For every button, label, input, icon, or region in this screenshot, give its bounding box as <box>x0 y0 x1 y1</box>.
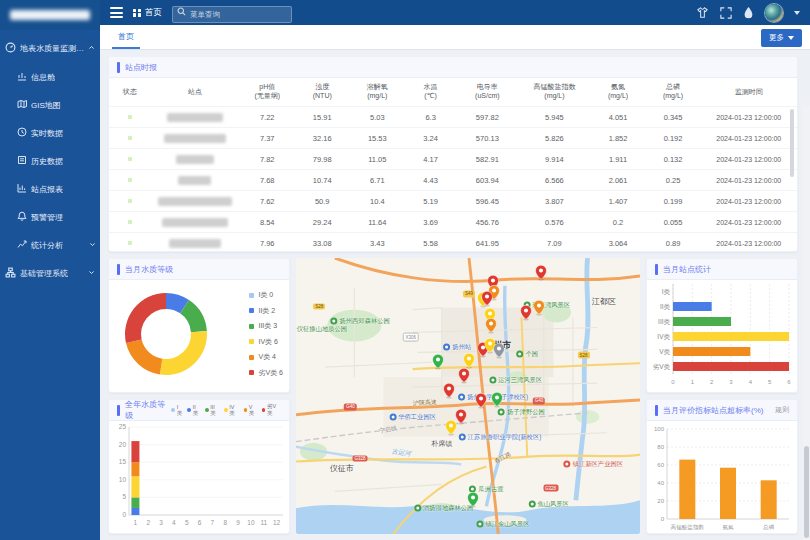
svg-text:5: 5 <box>122 493 126 500</box>
sidebar-item-站点报表[interactable]: 站点报表 <box>0 175 100 203</box>
rules-link[interactable]: 规则 <box>775 405 789 415</box>
bar-II类[interactable] <box>673 302 712 311</box>
legend-dot <box>187 408 191 412</box>
svg-text:80: 80 <box>657 444 664 450</box>
gis-map[interactable]: 扬州市江都区仪征市朴席镇扬州西郊森林公园仪征捺山地质公园茱萸湾风景区个园运河三湾… <box>296 258 640 534</box>
station-pin-green[interactable] <box>492 392 503 412</box>
value-cell: 7.22 <box>240 113 295 122</box>
sidebar-item-system-root[interactable]: 地表水质量监测系统 <box>0 34 100 63</box>
donut-chart[interactable]: I类 0II类 2III类 3IV类 6V类 4劣V类 6 <box>109 280 289 392</box>
table-row[interactable]: 7.6250.910.45.19596.453.8071.4070.199202… <box>109 190 797 211</box>
vbar-chart[interactable]: 020406080100高锰酸盐指数氨氮总磷 <box>647 421 797 534</box>
station-pin-orange[interactable] <box>486 318 497 338</box>
sidebar-item-历史数据[interactable]: 历史数据 <box>0 147 100 175</box>
sidebar-item-label: 信息舱 <box>31 72 55 83</box>
sidebar-item-统计分析[interactable]: 统计分析 <box>0 231 100 259</box>
bar-IV类[interactable] <box>673 332 789 341</box>
tab-home[interactable]: 首页 <box>112 25 140 49</box>
legend-item[interactable]: 劣V类 <box>262 403 281 417</box>
legend-label: 劣V类 6 <box>258 368 283 378</box>
bar-劣V类[interactable] <box>673 362 789 371</box>
table-row[interactable]: 7.6810.746.714.43603.946.5662.0610.25202… <box>109 169 797 190</box>
station-pin-orange[interactable] <box>533 300 544 320</box>
road-shield: G328 <box>543 485 558 492</box>
more-button[interactable]: 更多 <box>761 29 802 47</box>
dark-mode-drop-icon[interactable] <box>743 6 754 19</box>
legend-item[interactable]: V类 <box>244 404 258 417</box>
bar-总磷[interactable] <box>761 480 777 519</box>
table-header-row: 状态站点pH值(无量纲)浊度(NTU)溶解氧(mg/L)水温(℃)电导率(uS/… <box>109 78 797 106</box>
sidebar-item-GIS地图[interactable]: GIS地图 <box>0 91 100 119</box>
value-cell: 79.98 <box>295 155 350 164</box>
legend-item[interactable]: IV类 6 <box>249 337 283 347</box>
station-pin-yellow[interactable] <box>446 420 457 440</box>
chevron-down-icon <box>89 241 96 250</box>
breadcrumb[interactable]: 首页 <box>133 7 162 19</box>
bar-III类[interactable] <box>673 317 731 326</box>
sidebar-item-实时数据[interactable]: 实时数据 <box>0 119 100 147</box>
stack-segment[interactable] <box>131 508 139 515</box>
legend-item[interactable]: V类 4 <box>249 352 283 362</box>
station-pin-gray[interactable] <box>494 343 505 363</box>
legend-item[interactable]: II类 2 <box>249 306 283 316</box>
legend-item[interactable]: I类 <box>171 404 183 417</box>
logo-blurred <box>10 10 90 20</box>
user-avatar[interactable] <box>765 4 783 22</box>
table-row[interactable]: 7.8279.9811.054.17582.919.9141.9110.1322… <box>109 148 797 169</box>
table-row[interactable]: 8.5429.2411.643.69456.760.5760.20.055202… <box>109 211 797 232</box>
theme-skin-icon[interactable] <box>696 6 709 19</box>
svg-text:3: 3 <box>159 519 163 526</box>
hbar-chart[interactable]: 0123456I类II类III类IV类V类劣V类 <box>647 280 797 392</box>
sidebar-item-信息舱[interactable]: 信息舱 <box>0 63 100 91</box>
legend-swatch <box>249 355 254 360</box>
stack-segment[interactable] <box>131 476 139 497</box>
hamburger-menu-icon[interactable] <box>110 7 123 18</box>
sidebar-item-预警管理[interactable]: 预警管理 <box>0 203 100 231</box>
bar-高锰酸盐指数[interactable] <box>679 460 695 519</box>
scrollbar-thumb[interactable] <box>804 446 809 538</box>
legend-item[interactable]: 劣V类 6 <box>249 368 283 378</box>
table-scrollbar[interactable] <box>790 109 794 177</box>
station-pin-red[interactable] <box>521 305 532 325</box>
value-cell: 6.71 <box>350 176 405 185</box>
stacked-bar-chart[interactable]: 0510152025123456789101112 <box>109 421 289 534</box>
sidebar-item-label: 站点报表 <box>31 184 63 195</box>
donut-segment-劣V类[interactable] <box>125 293 166 343</box>
station-pin-green[interactable] <box>432 354 443 374</box>
bar-氨氮[interactable] <box>720 468 736 519</box>
station-cell <box>150 218 239 227</box>
user-menu-chevron-icon[interactable] <box>794 11 800 15</box>
stack-segment[interactable] <box>131 497 139 508</box>
page-scrollbar[interactable] <box>803 106 810 540</box>
donut-segment-V类[interactable] <box>126 340 162 375</box>
station-pin-red[interactable] <box>443 383 454 403</box>
value-cell: 32.16 <box>295 134 350 143</box>
station-pin-red[interactable] <box>456 409 467 429</box>
stack-segment[interactable] <box>131 462 139 476</box>
station-cell <box>150 113 239 122</box>
donut-segment-IV类[interactable] <box>160 331 207 375</box>
bar-V类[interactable] <box>673 347 750 356</box>
value-cell: 0.055 <box>646 218 701 227</box>
legend-label: V类 4 <box>258 352 276 362</box>
panel-title: 当月评价指标站点超标率(%) <box>663 405 763 416</box>
legend-item[interactable]: II类 <box>187 404 201 417</box>
sidebar-item-base-system[interactable]: 基础管理系统 <box>0 259 100 288</box>
table-row[interactable]: 7.2215.915.036.3597.825.9454.0510.345202… <box>109 106 797 127</box>
legend-item[interactable]: III类 3 <box>249 321 283 331</box>
station-pin-green[interactable] <box>467 492 478 512</box>
station-pin-red[interactable] <box>459 368 470 388</box>
stack-segment[interactable] <box>131 441 139 462</box>
station-pin-red[interactable] <box>475 393 486 413</box>
time-cell: 2024-01-23 12:00:00 <box>701 198 797 205</box>
time-cell: 2024-01-23 12:00:00 <box>701 135 797 142</box>
legend-item[interactable]: IV类 <box>224 404 240 417</box>
search-input[interactable] <box>172 6 292 23</box>
road-shield: G40 <box>344 403 357 410</box>
table-row[interactable]: 7.9633.083.435.58641.957.093.0640.892024… <box>109 232 797 252</box>
table-row[interactable]: 7.3732.1615.533.24570.135.8261.8520.1922… <box>109 127 797 148</box>
fullscreen-icon[interactable] <box>720 7 732 19</box>
legend-item[interactable]: III类 <box>205 404 220 417</box>
legend-item[interactable]: I类 0 <box>249 290 283 300</box>
station-pin-red[interactable] <box>535 265 546 285</box>
